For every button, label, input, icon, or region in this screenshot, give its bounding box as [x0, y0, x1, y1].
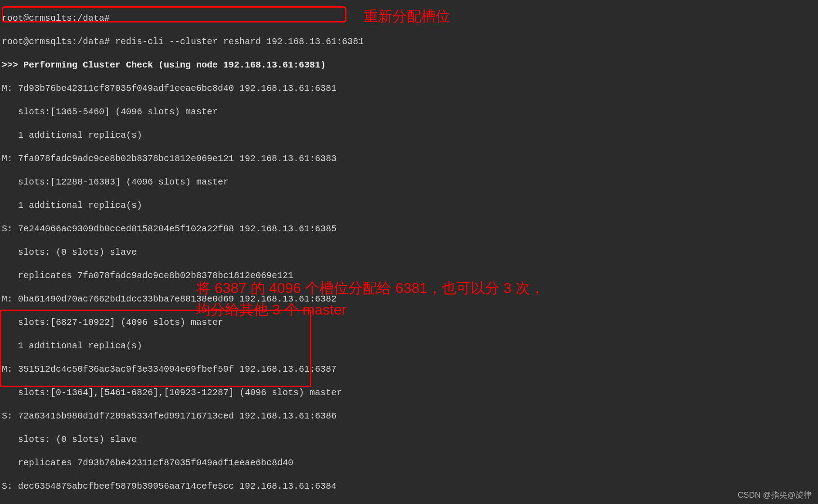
- annotation-distribute: 将 6387 的 4096 个槽位分配给 6381，也可以分 3 次， 均分给其…: [196, 277, 544, 320]
- node-line: 1 additional replica(s): [2, 130, 816, 141]
- node-line: replicates 7d93b76be42311cf87035f049adf1…: [2, 457, 816, 469]
- cluster-check-header: >>> Performing Cluster Check (using node…: [2, 59, 816, 71]
- node-line: slots:[1365-5460] (4096 slots) master: [2, 106, 816, 118]
- annotation-line: 均分给其他 3 个 master: [196, 299, 544, 320]
- terminal-output[interactable]: root@crmsqlts:/data# root@crmsqlts:/data…: [2, 1, 816, 504]
- node-line: 1 additional replica(s): [2, 200, 816, 212]
- command-line: root@crmsqlts:/data# redis-cli --cluster…: [2, 36, 816, 48]
- node-line: M: 351512dc4c50f36ac3ac9f3e334094e69fbef…: [2, 364, 816, 375]
- node-line: S: 72a63415b980d1df7289a5334fed991716713…: [2, 410, 816, 422]
- node-line: slots: (0 slots) slave: [2, 247, 816, 258]
- watermark: CSDN @指尖@旋律: [737, 490, 812, 500]
- annotation-line: 将 6387 的 4096 个槽位分配给 6381，也可以分 3 次，: [196, 277, 544, 299]
- node-line: slots:[12288-16383] (4096 slots) master: [2, 176, 816, 188]
- node-line: slots: (0 slots) slave: [2, 434, 816, 446]
- annotation-reshard: 重新分配槽位: [364, 7, 450, 26]
- node-line: S: 7e244066ac9309db0cced8158204e5f102a22…: [2, 223, 816, 235]
- node-line: S: dec6354875abcfbeef5879b39956aa714cefe…: [2, 481, 816, 492]
- node-line: M: 7d93b76be42311cf87035f049adf1eeae6bc8…: [2, 83, 816, 94]
- node-line: M: 7fa078fadc9adc9ce8b02b8378bc1812e069e…: [2, 153, 816, 165]
- node-line: slots:[0-1364],[5461-6826],[10923-12287]…: [2, 387, 816, 399]
- node-line: 1 additional replica(s): [2, 340, 816, 352]
